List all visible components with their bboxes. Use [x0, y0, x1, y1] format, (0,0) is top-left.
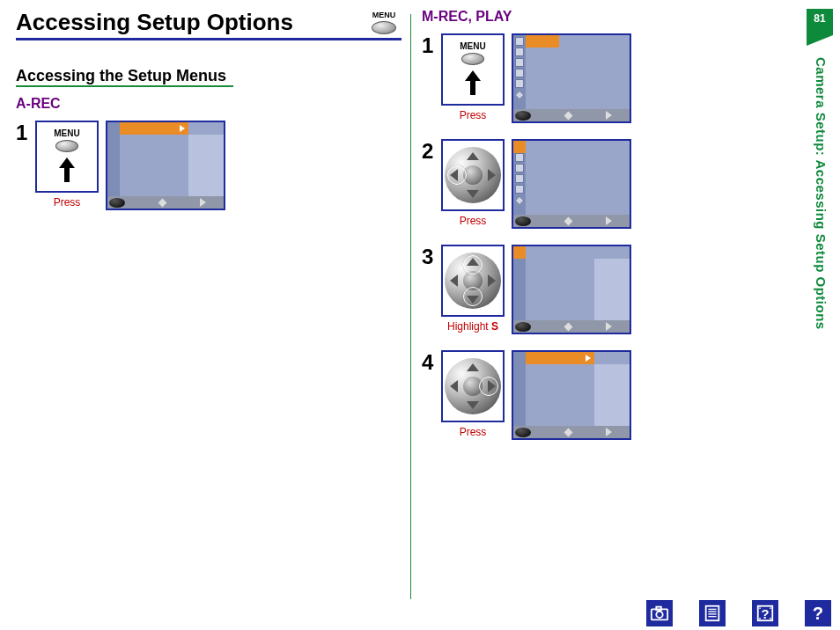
section-subtitle: Accessing the Setup Menus — [16, 67, 233, 87]
menu-label: MENU — [54, 128, 79, 138]
document-icon[interactable] — [699, 600, 726, 626]
menu-button-figure: MENU — [441, 33, 505, 106]
menu-label: MENU — [372, 11, 396, 19]
mrec-step-2: 2 Press — [422, 139, 833, 229]
svg-point-2 — [656, 612, 662, 618]
figure-caption: Highlight S — [447, 320, 498, 333]
oval-button-icon — [461, 53, 484, 65]
mrec-step-4: 4 Press — [422, 350, 833, 440]
svg-text:?: ? — [762, 607, 770, 621]
svg-point-12 — [759, 618, 761, 619]
help-icon[interactable]: ? — [805, 600, 831, 626]
figure-caption: Press — [54, 196, 81, 209]
figure-caption: Press — [460, 426, 487, 438]
svg-text:?: ? — [813, 604, 823, 623]
lcd-screen-figure — [106, 121, 225, 210]
help-box-icon[interactable]: ? — [752, 600, 778, 626]
mode-heading-arec: A-REC — [16, 96, 402, 112]
step-number: 2 — [422, 139, 441, 162]
footer-nav: ? ? — [646, 600, 831, 626]
highlight-circle-up — [463, 255, 483, 275]
highlight-circle-left — [447, 165, 467, 185]
vertical-section-label: Camera Setup: Accessing Setup Options — [814, 57, 829, 330]
svg-point-10 — [759, 607, 761, 609]
figure-caption: Press — [460, 215, 487, 227]
step-number: 3 — [422, 245, 441, 267]
dpad-figure — [441, 245, 505, 317]
menu-button-glyph-top: MENU — [372, 11, 396, 34]
up-arrow-icon — [57, 158, 77, 186]
svg-point-11 — [770, 607, 771, 609]
lcd-screen-figure — [512, 139, 631, 229]
arec-step-1: 1 MENU Press — [16, 121, 402, 210]
oval-button-icon — [55, 140, 78, 152]
lcd-screen-figure — [512, 33, 631, 123]
step-number: 1 — [422, 33, 441, 56]
page-title: Accessing Setup Options — [16, 9, 293, 36]
dpad-figure — [441, 139, 505, 211]
svg-point-13 — [770, 618, 771, 619]
step-number: 1 — [16, 121, 35, 143]
dpad-figure — [441, 350, 505, 422]
figure-caption: Press — [460, 109, 487, 121]
highlight-circle-right — [479, 377, 498, 396]
mrec-step-1: 1 MENU Press — [422, 33, 833, 123]
menu-label: MENU — [460, 41, 485, 51]
lcd-screen-figure — [512, 245, 631, 334]
mode-heading-mrec-play: M-REC, PLAY — [422, 9, 833, 25]
lcd-screen-figure — [512, 350, 631, 440]
oval-button-icon — [372, 21, 396, 34]
menu-button-figure: MENU — [35, 121, 99, 193]
camera-icon[interactable] — [646, 600, 673, 626]
svg-rect-3 — [706, 606, 719, 621]
highlight-circle-down — [463, 287, 483, 306]
page-number-tab: 81 — [807, 9, 833, 35]
up-arrow-icon — [463, 70, 483, 99]
step-number: 4 — [422, 350, 441, 373]
mrec-step-3: 3 Highlight S — [422, 245, 833, 334]
